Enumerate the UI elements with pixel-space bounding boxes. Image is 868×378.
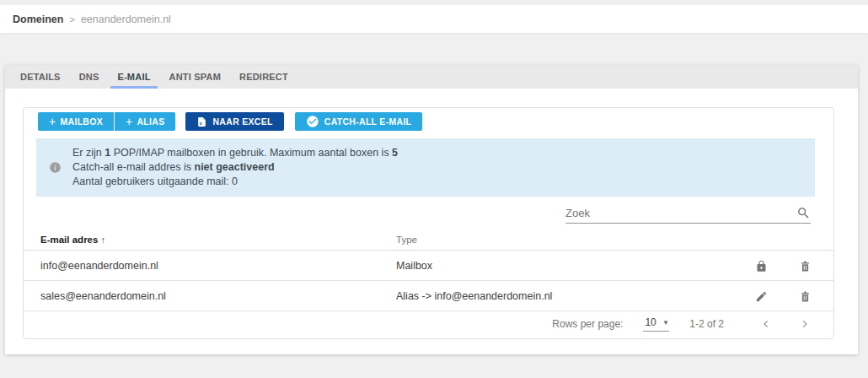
lock-icon[interactable] <box>753 258 769 273</box>
breadcrumb-separator: > <box>69 14 74 24</box>
column-header-email[interactable]: E-mail adres↑ <box>40 235 105 245</box>
rows-per-page-label: Rows per page: <box>552 318 623 330</box>
plus-icon: + <box>49 116 56 127</box>
svg-text:x: x <box>200 121 202 126</box>
tab-anti-spam[interactable]: ANTI SPAM <box>163 65 228 89</box>
tab-redirect[interactable]: REDIRECT <box>233 65 295 89</box>
delete-icon[interactable] <box>797 289 812 304</box>
caret-down-icon: ▾ <box>664 318 668 327</box>
rows-per-page-value: 10 <box>645 316 656 328</box>
chevron-right-icon <box>798 317 812 331</box>
check-circle-icon <box>306 115 319 128</box>
rows-per-page-select[interactable]: 10 ▾ <box>643 316 669 332</box>
breadcrumb: Domeinen > eenanderdomein.nl <box>0 5 868 33</box>
search-box <box>565 202 811 224</box>
catch-all-email-label: CATCH-ALL E-MAIL <box>324 116 412 127</box>
mailbox-info-banner: Er zijn 1 POP/IMAP mailboxen in gebruik.… <box>36 138 815 197</box>
next-page-button[interactable] <box>795 314 815 334</box>
add-mailbox-label: MAILBOX <box>60 116 103 127</box>
pagination-bar: Rows per page: 10 ▾ 1-2 of 2 <box>24 309 833 338</box>
email-table: E-mail adres↑ Type info@eenanderdomein.n… <box>24 227 833 311</box>
tab-email[interactable]: E-MAIL <box>110 65 157 89</box>
type-cell: Mailbox <box>396 260 432 272</box>
breadcrumb-domeinen-link[interactable]: Domeinen <box>13 14 63 25</box>
previous-page-button[interactable] <box>756 314 776 334</box>
pagination-range: 1-2 of 2 <box>689 318 724 330</box>
add-alias-label: ALIAS <box>137 116 164 127</box>
info-text: Er zijn 1 POP/IMAP mailboxen in gebruik.… <box>72 146 398 189</box>
info-icon <box>49 161 62 174</box>
domain-detail-card: DETAILS DNS E-MAIL ANTI SPAM REDIRECT + … <box>5 65 858 354</box>
add-mailbox-button[interactable]: + MAILBOX <box>38 112 114 131</box>
info-line-outgoing-users: Aantal gebruikers uitgaande mail: 0 <box>72 175 398 189</box>
breadcrumb-bar: Domeinen > eenanderdomein.nl <box>0 5 868 33</box>
tab-details[interactable]: DETAILS <box>13 65 67 89</box>
email-management-page: { "breadcrumb": { "root": "Domeinen", "s… <box>0 0 868 378</box>
toolbar: + MAILBOX + ALIAS x NAAR EXCEL <box>38 112 422 131</box>
tab-dns[interactable]: DNS <box>72 65 106 89</box>
column-header-type[interactable]: Type <box>396 235 417 245</box>
type-cell: Alias -> info@eenanderdomein.nl <box>396 290 552 302</box>
email-cell: sales@eenanderdomein.nl <box>40 290 166 302</box>
add-alias-button[interactable]: + ALIAS <box>115 112 175 131</box>
search-input[interactable] <box>565 207 796 219</box>
breadcrumb-current-domain: eenanderdomein.nl <box>81 14 171 25</box>
tab-bar: DETAILS DNS E-MAIL ANTI SPAM REDIRECT <box>5 65 858 89</box>
catch-all-email-button[interactable]: CATCH-ALL E-MAIL <box>295 112 423 131</box>
search-icon[interactable] <box>796 206 811 220</box>
info-line-catchall-status: Catch-all e-mail addres is niet geactive… <box>72 160 398 175</box>
email-tab-content: + MAILBOX + ALIAS x NAAR EXCEL <box>5 89 858 354</box>
mailbox-panel: + MAILBOX + ALIAS x NAAR EXCEL <box>23 107 834 339</box>
email-table-header: E-mail adres↑ Type <box>24 227 833 251</box>
excel-file-icon: x <box>196 116 207 127</box>
export-excel-label: NAAR EXCEL <box>212 116 272 127</box>
edit-icon[interactable] <box>753 289 769 304</box>
delete-icon[interactable] <box>797 258 812 273</box>
table-row: info@eenanderdomein.nl Mailbox <box>24 251 833 281</box>
export-excel-button[interactable]: x NAAR EXCEL <box>185 112 283 131</box>
plus-icon: + <box>126 116 132 127</box>
table-row: sales@eenanderdomein.nl Alias -> info@ee… <box>24 281 833 311</box>
chevron-left-icon <box>759 317 773 331</box>
email-cell: info@eenanderdomein.nl <box>40 260 158 272</box>
info-line-mailbox-usage: Er zijn 1 POP/IMAP mailboxen in gebruik.… <box>72 146 398 160</box>
sort-ascending-icon: ↑ <box>100 235 105 245</box>
